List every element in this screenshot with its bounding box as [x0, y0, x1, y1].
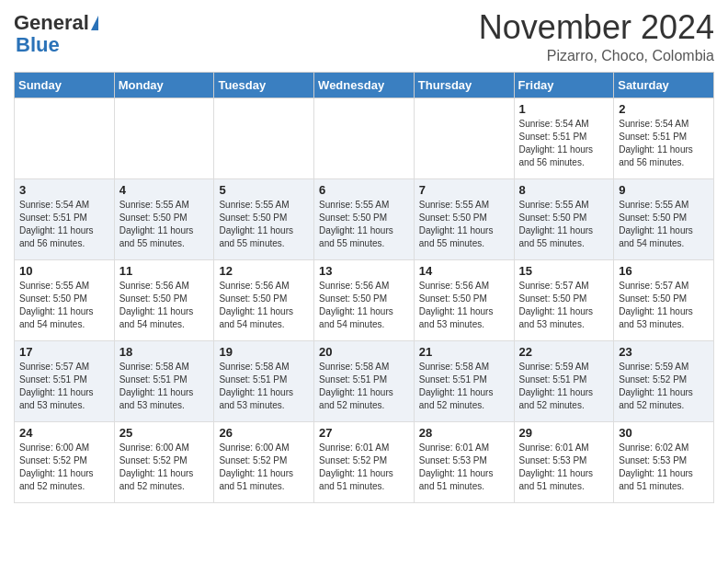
day-info: Sunrise: 5:58 AMSunset: 5:51 PMDaylight:… — [119, 361, 210, 412]
day-info: Sunrise: 5:57 AMSunset: 5:50 PMDaylight:… — [519, 280, 609, 331]
day-info: Sunrise: 5:59 AMSunset: 5:51 PMDaylight:… — [519, 361, 609, 412]
day-number: 19 — [219, 345, 309, 359]
calendar-cell: 17Sunrise: 5:57 AMSunset: 5:51 PMDayligh… — [15, 340, 115, 421]
day-info: Sunrise: 6:01 AMSunset: 5:52 PMDaylight:… — [319, 442, 409, 493]
calendar-table: Sunday Monday Tuesday Wednesday Thursday… — [14, 72, 714, 503]
logo: General Blue — [14, 13, 98, 57]
calendar-cell: 12Sunrise: 5:56 AMSunset: 5:50 PMDayligh… — [214, 259, 314, 340]
day-info: Sunrise: 5:57 AMSunset: 5:50 PMDaylight:… — [619, 280, 709, 331]
calendar-cell: 23Sunrise: 5:59 AMSunset: 5:52 PMDayligh… — [614, 340, 714, 421]
day-number: 5 — [219, 183, 309, 197]
day-number: 27 — [319, 426, 409, 440]
day-info: Sunrise: 5:54 AMSunset: 5:51 PMDaylight:… — [619, 118, 709, 169]
calendar-cell: 27Sunrise: 6:01 AMSunset: 5:52 PMDayligh… — [314, 421, 415, 502]
day-number: 21 — [419, 345, 509, 359]
day-info: Sunrise: 5:54 AMSunset: 5:51 PMDaylight:… — [19, 199, 109, 250]
calendar-cell: 8Sunrise: 5:55 AMSunset: 5:50 PMDaylight… — [514, 178, 614, 259]
page: General Blue November 2024 Pizarro, Choc… — [0, 0, 728, 517]
day-info: Sunrise: 5:59 AMSunset: 5:52 PMDaylight:… — [619, 361, 709, 412]
col-wednesday: Wednesday — [314, 72, 415, 98]
calendar-cell — [314, 98, 415, 178]
day-info: Sunrise: 5:56 AMSunset: 5:50 PMDaylight:… — [419, 280, 509, 331]
title-block: November 2024 Pizarro, Choco, Colombia — [479, 9, 714, 64]
day-info: Sunrise: 5:57 AMSunset: 5:51 PMDaylight:… — [19, 361, 109, 412]
day-number: 30 — [619, 426, 709, 440]
calendar-cell — [114, 98, 214, 178]
day-number: 14 — [419, 264, 509, 278]
calendar-cell — [15, 98, 115, 178]
day-number: 17 — [19, 345, 109, 359]
calendar-cell: 6Sunrise: 5:55 AMSunset: 5:50 PMDaylight… — [314, 178, 415, 259]
day-number: 3 — [19, 183, 109, 197]
day-info: Sunrise: 5:55 AMSunset: 5:50 PMDaylight:… — [219, 199, 309, 250]
col-thursday: Thursday — [414, 72, 514, 98]
day-number: 11 — [119, 264, 210, 278]
calendar-cell: 19Sunrise: 5:58 AMSunset: 5:51 PMDayligh… — [214, 340, 314, 421]
day-info: Sunrise: 6:00 AMSunset: 5:52 PMDaylight:… — [219, 442, 309, 493]
day-info: Sunrise: 5:56 AMSunset: 5:50 PMDaylight:… — [319, 280, 409, 331]
calendar-cell: 13Sunrise: 5:56 AMSunset: 5:50 PMDayligh… — [314, 259, 415, 340]
calendar-cell: 16Sunrise: 5:57 AMSunset: 5:50 PMDayligh… — [614, 259, 714, 340]
day-info: Sunrise: 5:55 AMSunset: 5:50 PMDaylight:… — [619, 199, 709, 250]
col-monday: Monday — [114, 72, 214, 98]
week-row-3: 10Sunrise: 5:55 AMSunset: 5:50 PMDayligh… — [15, 259, 714, 340]
calendar-cell: 29Sunrise: 6:01 AMSunset: 5:53 PMDayligh… — [514, 421, 614, 502]
calendar-cell: 1Sunrise: 5:54 AMSunset: 5:51 PMDaylight… — [514, 98, 614, 178]
day-number: 28 — [419, 426, 509, 440]
calendar-cell: 7Sunrise: 5:55 AMSunset: 5:50 PMDaylight… — [414, 178, 514, 259]
calendar-cell: 20Sunrise: 5:58 AMSunset: 5:51 PMDayligh… — [314, 340, 415, 421]
location: Pizarro, Choco, Colombia — [479, 48, 714, 64]
calendar-cell — [214, 98, 314, 178]
calendar-cell: 5Sunrise: 5:55 AMSunset: 5:50 PMDaylight… — [214, 178, 314, 259]
calendar-cell: 9Sunrise: 5:55 AMSunset: 5:50 PMDaylight… — [614, 178, 714, 259]
day-number: 25 — [119, 426, 210, 440]
col-sunday: Sunday — [15, 72, 115, 98]
day-number: 13 — [319, 264, 409, 278]
calendar-cell: 3Sunrise: 5:54 AMSunset: 5:51 PMDaylight… — [15, 178, 115, 259]
week-row-2: 3Sunrise: 5:54 AMSunset: 5:51 PMDaylight… — [15, 178, 714, 259]
day-info: Sunrise: 5:55 AMSunset: 5:50 PMDaylight:… — [419, 199, 509, 250]
week-row-4: 17Sunrise: 5:57 AMSunset: 5:51 PMDayligh… — [15, 340, 714, 421]
day-number: 20 — [319, 345, 409, 359]
day-number: 7 — [419, 183, 509, 197]
logo-general-text: General — [14, 13, 89, 33]
day-number: 23 — [619, 345, 709, 359]
col-saturday: Saturday — [614, 72, 714, 98]
day-info: Sunrise: 5:55 AMSunset: 5:50 PMDaylight:… — [519, 199, 609, 250]
calendar-cell: 2Sunrise: 5:54 AMSunset: 5:51 PMDaylight… — [614, 98, 714, 178]
week-row-5: 24Sunrise: 6:00 AMSunset: 5:52 PMDayligh… — [15, 421, 714, 502]
day-info: Sunrise: 6:02 AMSunset: 5:53 PMDaylight:… — [619, 442, 709, 493]
calendar-cell: 10Sunrise: 5:55 AMSunset: 5:50 PMDayligh… — [15, 259, 115, 340]
weekday-header-row: Sunday Monday Tuesday Wednesday Thursday… — [15, 72, 714, 98]
calendar-cell: 11Sunrise: 5:56 AMSunset: 5:50 PMDayligh… — [114, 259, 214, 340]
day-number: 24 — [19, 426, 109, 440]
day-info: Sunrise: 5:58 AMSunset: 5:51 PMDaylight:… — [419, 361, 509, 412]
col-friday: Friday — [514, 72, 614, 98]
calendar-cell: 26Sunrise: 6:00 AMSunset: 5:52 PMDayligh… — [214, 421, 314, 502]
calendar-cell: 30Sunrise: 6:02 AMSunset: 5:53 PMDayligh… — [614, 421, 714, 502]
day-info: Sunrise: 5:56 AMSunset: 5:50 PMDaylight:… — [119, 280, 210, 331]
calendar-cell: 15Sunrise: 5:57 AMSunset: 5:50 PMDayligh… — [514, 259, 614, 340]
day-info: Sunrise: 6:00 AMSunset: 5:52 PMDaylight:… — [119, 442, 210, 493]
day-number: 16 — [619, 264, 709, 278]
col-tuesday: Tuesday — [214, 72, 314, 98]
month-title: November 2024 — [479, 9, 714, 46]
calendar-cell: 21Sunrise: 5:58 AMSunset: 5:51 PMDayligh… — [414, 340, 514, 421]
day-number: 2 — [619, 102, 709, 116]
day-info: Sunrise: 5:56 AMSunset: 5:50 PMDaylight:… — [219, 280, 309, 331]
day-info: Sunrise: 6:01 AMSunset: 5:53 PMDaylight:… — [519, 442, 609, 493]
day-info: Sunrise: 6:01 AMSunset: 5:53 PMDaylight:… — [419, 442, 509, 493]
header: General Blue November 2024 Pizarro, Choc… — [14, 9, 714, 64]
day-info: Sunrise: 5:58 AMSunset: 5:51 PMDaylight:… — [219, 361, 309, 412]
logo-triangle-icon — [91, 16, 98, 30]
day-number: 29 — [519, 426, 609, 440]
calendar-cell: 25Sunrise: 6:00 AMSunset: 5:52 PMDayligh… — [114, 421, 214, 502]
day-info: Sunrise: 5:55 AMSunset: 5:50 PMDaylight:… — [19, 280, 109, 331]
week-row-1: 1Sunrise: 5:54 AMSunset: 5:51 PMDaylight… — [15, 98, 714, 178]
calendar-cell: 24Sunrise: 6:00 AMSunset: 5:52 PMDayligh… — [15, 421, 115, 502]
day-number: 18 — [119, 345, 210, 359]
day-info: Sunrise: 5:58 AMSunset: 5:51 PMDaylight:… — [319, 361, 409, 412]
day-number: 22 — [519, 345, 609, 359]
day-number: 12 — [219, 264, 309, 278]
day-number: 9 — [619, 183, 709, 197]
